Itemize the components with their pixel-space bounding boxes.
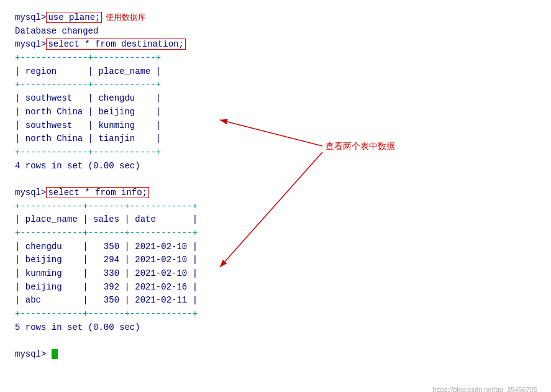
table-info-border-bot: +------------+-------+------------+ [15,308,536,321]
cursor [52,349,58,359]
info-rows-count: 5 rows in set (0.00 sec) [15,321,536,335]
terminal: mysql>use plane;使用数据库 Database changed m… [9,6,542,392]
table-dest-header: | region | place_name | [15,65,536,79]
blank-1 [15,173,536,186]
watermark: https://blog.csdn.net/qq_35456705 [432,386,537,392]
table-info-header: | place_name | sales | date | [15,213,536,227]
prompt-3: mysql> [15,39,46,49]
table-info-border-mid: +------------+-------+------------+ [15,227,536,240]
table-dest-row-4: | north China | tianjin | [15,132,536,146]
dest-rows-count: 4 rows in set (0.00 sec) [15,160,536,173]
line-info-cmd: mysql>select * from info; [15,186,536,200]
blank-2 [15,335,536,349]
table-info-border-top: +------------+-------+------------+ [15,200,536,214]
table-info-row-3: | kunming | 330 | 2021-02-10 | [15,267,536,281]
cmd-select-destination: select * from destination; [46,39,185,50]
table-info-row-4: | beijing | 392 | 2021-02-16 | [15,281,536,294]
table-info-row-1: | chengdu | 350 | 2021-02-10 | [15,240,536,254]
db-changed: Database changed [15,26,98,36]
table-dest-border-bot: +-------------+------------+ [15,146,536,160]
table-dest-border-top: +-------------+------------+ [15,52,536,65]
table-dest-row-2: | north China | beijing | [15,106,536,119]
prompt-info: mysql> [15,188,46,198]
line-final-prompt: mysql> [15,348,536,362]
table-dest-row-3: | southwest | kunming | [15,119,536,133]
prompt-final: mysql> [15,349,52,359]
table-info-row-2: | beijing | 294 | 2021-02-10 | [15,253,536,267]
cmd-select-info: select * from info; [46,187,149,198]
annotation-use-plane: 使用数据库 [106,12,146,22]
table-dest-row-1: | southwest | chengdu | [15,92,536,106]
cmd-use-plane: use plane; [46,12,102,23]
prompt-1: mysql> [15,12,46,22]
line-1: mysql>use plane;使用数据库 [15,11,536,25]
line-3: mysql>select * from destination; [15,38,536,52]
table-info-row-5: | abc | 350 | 2021-02-11 | [15,294,536,308]
line-2: Database changed [15,25,536,39]
table-dest-border-mid: +-------------+------------+ [15,78,536,92]
